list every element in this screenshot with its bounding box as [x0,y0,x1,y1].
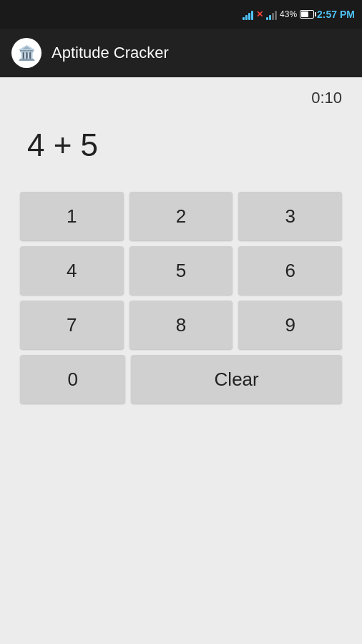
key-0[interactable]: 0 [20,355,125,404]
key-6[interactable]: 6 [238,246,342,295]
app-bar: 🏛️ Aptitude Cracker [0,29,362,77]
key-9[interactable]: 9 [238,301,342,349]
question-row: 4 + 5 [20,113,342,192]
keypad: 1 2 3 4 5 6 7 8 9 0 Clear [20,192,342,404]
key-8[interactable]: 8 [129,301,233,349]
keypad-row-1: 1 2 3 [20,192,342,240]
key-4[interactable]: 4 [20,246,124,295]
signal-icon-2 [266,9,277,20]
timer-row: 0:10 [20,77,342,113]
no-signal-icon: ✕ [256,9,263,19]
keypad-row-4: 0 Clear [20,355,342,404]
keypad-row-2: 4 5 6 [20,246,342,295]
key-7[interactable]: 7 [20,301,124,349]
timer-display: 0:10 [311,89,342,107]
key-1[interactable]: 1 [20,192,124,240]
app-title: Aptitude Cracker [52,44,169,62]
question-display: 4 + 5 [27,127,98,163]
keypad-row-3: 7 8 9 [20,301,342,349]
status-time: 2:57 PM [317,9,355,20]
clear-button[interactable]: Clear [131,355,342,404]
key-3[interactable]: 3 [238,192,342,240]
main-content: 0:10 4 + 5 1 2 3 4 5 6 7 8 9 0 Clear [0,77,362,644]
battery-icon [300,10,314,19]
signal-icon-1 [243,9,253,20]
app-icon-symbol: 🏛️ [18,44,36,62]
key-5[interactable]: 5 [129,246,233,295]
status-bar: ✕ 43% 2:57 PM [0,0,362,29]
battery-percent: 43% [280,9,297,19]
key-2[interactable]: 2 [129,192,233,240]
app-icon: 🏛️ [11,38,41,68]
status-icons: ✕ 43% 2:57 PM [243,9,355,20]
